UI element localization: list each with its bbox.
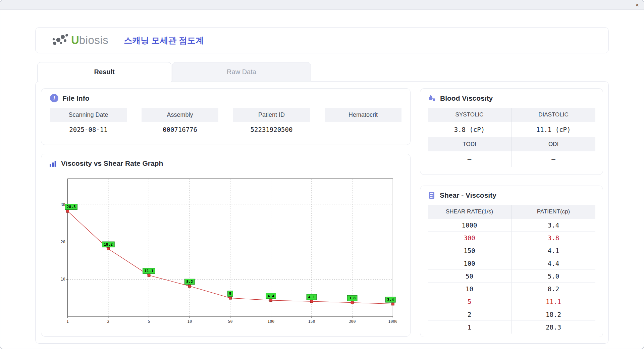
left-column: i File Info Scanning Date 2025-08-11 Ass… [41, 88, 411, 337]
column-header: PATIENT(cp) [512, 205, 595, 219]
odi-value: – [512, 151, 595, 167]
table-row: 1 28.3 [428, 321, 595, 334]
tab-raw-data[interactable]: Raw Data [172, 62, 311, 82]
shear-viscosity-panel: Shear - Viscosity SHEAR RATE(1/s) PATIEN… [420, 186, 603, 337]
table-row: 1000 3.4 [428, 219, 595, 232]
blood-viscosity-table: SYSTOLIC DIASTOLIC 3.8 (cP) 11.1 (cP) TO… [428, 108, 595, 167]
tab-bar: Result Raw Data [37, 62, 644, 82]
patient-cp-cell: 18.2 [512, 308, 595, 321]
svg-text:5: 5 [148, 319, 150, 324]
svg-text:3.8: 3.8 [349, 296, 356, 300]
file-info-field: Assembly 000716776 [142, 108, 218, 137]
field-label: Hematocrit [325, 108, 401, 122]
field-value [325, 122, 401, 137]
svg-text:11.1: 11.1 [145, 269, 154, 273]
table-header-row: SHEAR RATE(1/s) PATIENT(cp) [428, 205, 595, 219]
header-card: Ubiosis 스캐닝 모세관 점도계 [35, 27, 609, 53]
shear-rate-cell: 50 [428, 270, 512, 283]
shear-rate-cell: 1 [428, 321, 512, 334]
file-info-grid: Scanning Date 2025-08-11 Assembly 000716… [50, 108, 401, 137]
file-info-field: Hematocrit [325, 108, 401, 137]
patient-cp-cell: 5.0 [512, 270, 595, 283]
close-button[interactable]: × [635, 2, 639, 8]
svg-text:10: 10 [61, 277, 65, 282]
patient-cp-cell: 4.4 [512, 257, 595, 270]
table-row: – – [428, 151, 595, 167]
table-row: 50 5.0 [428, 270, 595, 283]
systolic-value: 3.8 (cP) [428, 122, 512, 137]
field-label: Assembly [142, 108, 218, 122]
todi-value: – [428, 151, 512, 167]
svg-text:20: 20 [61, 240, 65, 244]
svg-text:1000: 1000 [388, 319, 397, 324]
graph-title: Viscosity vs Shear Rate Graph [61, 159, 163, 167]
file-info-field: Scanning Date 2025-08-11 [50, 108, 127, 137]
svg-text:1: 1 [66, 319, 69, 324]
svg-text:18.2: 18.2 [104, 242, 113, 247]
field-label: Patient ID [233, 108, 310, 122]
column-header: TODI [428, 137, 512, 151]
table-row: 10 8.2 [428, 283, 595, 295]
page-title: 스캐닝 모세관 점도계 [124, 35, 204, 46]
field-value: 2025-08-11 [50, 122, 127, 137]
info-icon: i [50, 94, 58, 102]
tab-result[interactable]: Result [37, 62, 171, 82]
column-header: DIASTOLIC [512, 108, 595, 122]
calculator-icon [428, 191, 436, 199]
column-header: ODI [512, 137, 595, 151]
shear-rate-cell: 300 [428, 232, 512, 244]
svg-text:4.1: 4.1 [308, 295, 315, 299]
brand-logo: Ubiosis [51, 33, 108, 48]
table-row: 300 3.8 [428, 232, 595, 244]
shear-rate-cell: 100 [428, 257, 512, 270]
viscosity-chart: 1020301251050100150300100028.318.211.18.… [53, 174, 397, 330]
patient-cp-cell: 3.4 [512, 219, 595, 232]
diastolic-value: 11.1 (cP) [512, 122, 595, 137]
svg-text:10: 10 [187, 319, 192, 324]
shear-viscosity-title: Shear - Viscosity [440, 191, 496, 199]
brand-text-rest: biosis [79, 34, 108, 47]
table-row: 2 18.2 [428, 308, 595, 321]
chart-area: 1020301251050100150300100028.318.211.18.… [49, 173, 402, 330]
field-value: 52231920500 [233, 122, 310, 137]
logo-leaf-icon [51, 33, 69, 48]
shear-rate-cell: 10 [428, 283, 512, 295]
svg-text:4.4: 4.4 [268, 294, 274, 298]
shear-rate-cell: 150 [428, 244, 512, 257]
svg-text:5: 5 [229, 292, 231, 296]
patient-cp-cell: 3.8 [512, 232, 595, 244]
shear-viscosity-table: SHEAR RATE(1/s) PATIENT(cp) 1000 3.4 300… [428, 205, 595, 334]
droplet-icon [428, 94, 436, 102]
shear-rate-cell: 5 [428, 295, 512, 308]
right-column: Blood Viscosity SYSTOLIC DIASTOLIC 3.8 (… [420, 88, 603, 337]
brand-text-first: U [71, 34, 79, 47]
patient-cp-cell: 8.2 [512, 283, 595, 295]
table-row: 100 4.4 [428, 257, 595, 270]
blood-viscosity-panel: Blood Viscosity SYSTOLIC DIASTOLIC 3.8 (… [420, 88, 603, 175]
table-row: 3.8 (cP) 11.1 (cP) [428, 122, 595, 137]
patient-cp-cell: 4.1 [512, 244, 595, 257]
table-row: SYSTOLIC DIASTOLIC [428, 108, 595, 122]
svg-text:28.3: 28.3 [67, 205, 76, 209]
shear-rate-cell: 2 [428, 308, 512, 321]
shear-viscosity-header: Shear - Viscosity [428, 191, 595, 199]
svg-text:8.2: 8.2 [186, 280, 193, 284]
shear-rate-cell: 1000 [428, 219, 512, 232]
patient-cp-cell: 11.1 [512, 295, 595, 308]
titlebar: × [0, 0, 644, 10]
graph-header: Viscosity vs Shear Rate Graph [49, 159, 402, 167]
svg-text:30: 30 [61, 202, 65, 207]
table-row: 5 11.1 [428, 295, 595, 308]
patient-cp-cell: 28.3 [512, 321, 595, 334]
field-label: Scanning Date [50, 108, 127, 122]
svg-text:150: 150 [308, 319, 315, 324]
file-info-title: File Info [62, 94, 90, 102]
table-row: TODI ODI [428, 137, 595, 151]
bar-chart-icon [49, 160, 57, 167]
field-value: 000716776 [142, 122, 218, 137]
blood-viscosity-header: Blood Viscosity [428, 94, 595, 102]
file-info-field: Patient ID 52231920500 [233, 108, 310, 137]
app-window: × Ubiosis 스캐닝 모세관 점도계 Result Raw Data i [0, 0, 644, 349]
file-info-header: i File Info [50, 94, 401, 102]
svg-text:3.4: 3.4 [387, 298, 394, 302]
